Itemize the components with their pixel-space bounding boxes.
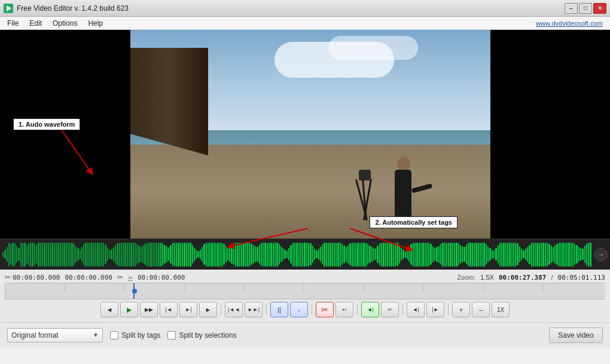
- current-time: 00:00:27.387: [499, 274, 546, 282]
- menu-help[interactable]: Help: [83, 18, 108, 29]
- timecode-row: ✂ 00:00:00.000 00:00:00.000 ✂ ✂̶ 00:00:0…: [5, 272, 605, 283]
- menu-edit[interactable]: Edit: [25, 18, 47, 29]
- separator-6: [448, 304, 449, 316]
- time-separator: /: [551, 274, 553, 281]
- separator-2: [266, 304, 267, 316]
- split-by-tags-group: Split by tags: [110, 331, 160, 339]
- zoom-info: Zoom: 1.5X 00:00:27.387 / 00:05:01.113: [457, 274, 605, 282]
- titlebar: Free Video Editor v. 1.4.2 build 623 – □…: [0, 0, 610, 17]
- window-title: Free Video Editor v. 1.4.2 build 623: [17, 4, 565, 13]
- play-button[interactable]: ▶: [120, 302, 138, 317]
- close-button[interactable]: ✕: [593, 3, 606, 14]
- minimize-button[interactable]: –: [565, 3, 578, 14]
- cut-end-value: 00:00:00.000: [65, 274, 112, 282]
- cut-end-value2: 00:00:00.000: [138, 274, 185, 282]
- transport-controls: ◄ ▶ ▶▶ |◄ ►| ► |◄◄ ►►| || ↓ ✂ ↩ ◄| ✂ ◄| …: [5, 299, 605, 320]
- cut-icon-2: ✂: [117, 273, 123, 282]
- waveform-display[interactable]: [2, 241, 592, 268]
- save-video-button[interactable]: Save video: [549, 328, 603, 343]
- controls-area: ✂ 00:00:00.000 00:00:00.000 ✂ ✂̶ 00:00:0…: [0, 270, 610, 322]
- waveform-annotation: 1. Audo waveform: [13, 118, 80, 130]
- prev-segment-button[interactable]: |◄◄: [225, 302, 243, 317]
- ruler-marks-svg: [5, 283, 605, 300]
- next-segment-button[interactable]: ►►|: [245, 302, 263, 317]
- bottom-bar: Original format ▼ Split by tags Split by…: [0, 322, 610, 347]
- maximize-button[interactable]: □: [579, 3, 592, 14]
- forward-button[interactable]: ►: [199, 302, 217, 317]
- cut-icon-3: ✂̶: [128, 274, 133, 281]
- separator-3: [312, 304, 312, 316]
- mute-left-button[interactable]: ◄|: [361, 302, 379, 317]
- timeline-ruler[interactable]: [5, 283, 605, 299]
- cut-button[interactable]: ✂: [316, 302, 334, 317]
- separator-5: [402, 304, 403, 316]
- separator-4: [357, 304, 358, 316]
- zoom-out-button[interactable]: –: [472, 302, 490, 317]
- svg-line-3: [61, 129, 91, 172]
- playhead-dot[interactable]: [132, 289, 137, 293]
- pause-button[interactable]: ||: [270, 302, 288, 317]
- website-link[interactable]: www.dvdvideosoft.com: [536, 20, 608, 27]
- cut-end-group: 00:00:00.000: [65, 274, 112, 282]
- split-by-selections-label: Split by selections: [179, 331, 236, 339]
- menu-options[interactable]: Options: [48, 18, 82, 29]
- cut-start-group: ✂ 00:00:00.000: [5, 273, 60, 282]
- waveform-container: → 2. Automatically set tags: [0, 238, 610, 270]
- zoom-label: Zoom:: [457, 274, 475, 281]
- timeline-track[interactable]: [5, 283, 605, 299]
- split-by-tags-checkbox[interactable]: [110, 331, 118, 339]
- dropdown-arrow-icon: ▼: [93, 332, 99, 338]
- waveform-scroll-button[interactable]: →: [594, 248, 608, 261]
- window-controls: – □ ✕: [565, 3, 606, 14]
- format-dropdown[interactable]: Original format ▼: [7, 328, 103, 342]
- scissors-icon: ✂: [5, 273, 11, 282]
- cut-start-value: 00:00:00.000: [13, 274, 60, 282]
- app-window: Free Video Editor v. 1.4.2 build 623 – □…: [0, 0, 610, 347]
- menubar: File Edit Options Help www.dvdvideosoft.…: [0, 17, 610, 30]
- separator-1: [221, 304, 221, 316]
- tags-annotation: 2. Automatically set tags: [370, 216, 458, 228]
- prev-cut-button[interactable]: ◄|: [407, 302, 425, 317]
- split-by-tags-label: Split by tags: [121, 331, 160, 339]
- zoom-value: 1.5X: [480, 274, 494, 281]
- reset-zoom-button[interactable]: 1X: [492, 302, 510, 317]
- split-by-selections-group: Split by selections: [167, 331, 236, 339]
- next-frame-button[interactable]: ►|: [179, 302, 197, 317]
- zoom-in-button[interactable]: +: [452, 302, 470, 317]
- uncut-button[interactable]: ↩: [336, 302, 353, 317]
- insert-marker-button[interactable]: ↓: [290, 302, 308, 317]
- menu-file[interactable]: File: [2, 18, 23, 29]
- total-time: 00:05:01.113: [558, 274, 605, 282]
- prev-frame-button[interactable]: |◄: [160, 302, 178, 317]
- play-fast-button[interactable]: ▶▶: [140, 302, 158, 317]
- next-cut-button[interactable]: |►: [426, 302, 444, 317]
- go-to-prev-button[interactable]: ◄: [100, 302, 118, 317]
- split-by-selections-checkbox[interactable]: [167, 331, 176, 339]
- app-icon: [4, 4, 13, 13]
- split-button[interactable]: ✂: [381, 302, 399, 317]
